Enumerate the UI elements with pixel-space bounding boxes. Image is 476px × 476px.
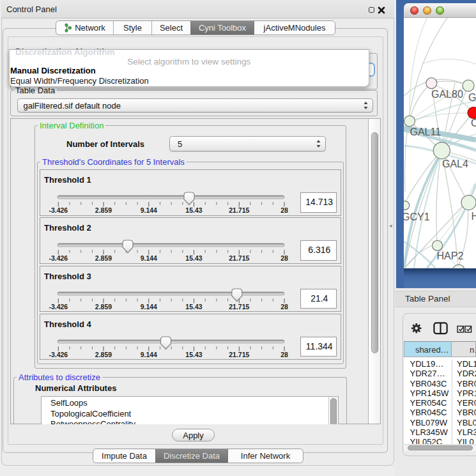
svg-text:-3.426: -3.426 [49,255,68,263]
svg-text:15.43: 15.43 [185,255,202,263]
svg-text:28: 28 [280,303,288,311]
svg-text:9.144: 9.144 [141,255,157,263]
svg-text:28: 28 [280,255,288,263]
svg-text:21.715: 21.715 [229,255,249,263]
svg-text:GA: GA [468,92,476,103]
svg-text:H: H [472,211,476,222]
svg-text:9.144: 9.144 [141,303,157,311]
svg-text:2.859: 2.859 [95,255,112,263]
svg-text:2.859: 2.859 [95,303,112,311]
svg-text:21.715: 21.715 [229,303,249,311]
svg-text:GCY1: GCY1 [404,211,430,222]
svg-text:GAL80: GAL80 [431,89,463,100]
svg-text:GAL4: GAL4 [442,158,468,169]
svg-text:21.715: 21.715 [229,206,249,214]
svg-text:-3.426: -3.426 [49,206,68,214]
svg-text:2.859: 2.859 [95,206,112,214]
svg-text:C: C [471,118,476,128]
svg-text:9.144: 9.144 [141,351,157,358]
svg-text:15.43: 15.43 [185,351,202,358]
svg-text:HAP2: HAP2 [437,250,464,261]
svg-text:2.859: 2.859 [95,351,112,358]
svg-text:9.144: 9.144 [141,206,157,214]
svg-text:15.43: 15.43 [185,206,202,214]
svg-text:GAL11: GAL11 [410,127,441,137]
svg-text:-3.426: -3.426 [49,351,68,358]
svg-text:21.715: 21.715 [229,351,249,358]
svg-text:-3.426: -3.426 [49,303,68,311]
svg-text:28: 28 [280,206,288,214]
svg-text:28: 28 [280,351,288,358]
svg-text:15.43: 15.43 [185,303,202,311]
